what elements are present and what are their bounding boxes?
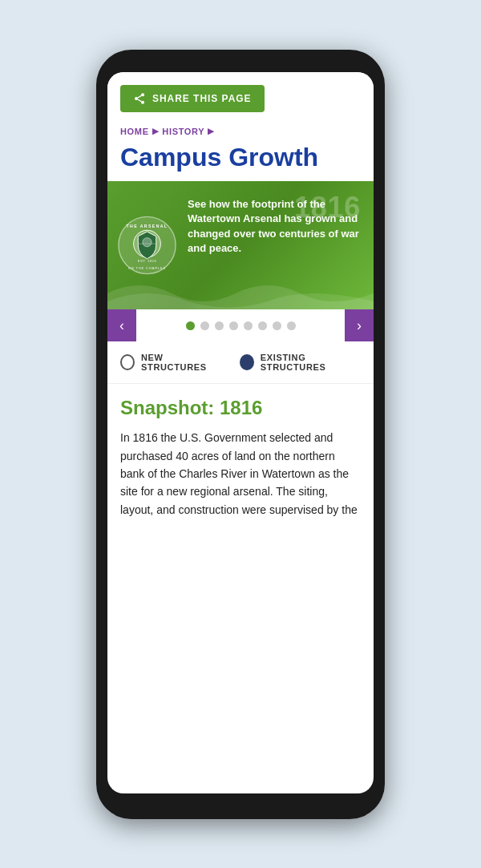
legend: NEW STRUCTURES EXISTING STRUCTURES: [107, 341, 374, 384]
dot-8[interactable]: [287, 321, 296, 330]
snapshot-title: Snapshot: 1816: [120, 397, 361, 419]
slider-dots: [136, 313, 345, 338]
slider-controls: ‹ ›: [107, 309, 374, 341]
svg-line-4: [138, 95, 142, 98]
svg-text:ON THE CHARLES: ON THE CHARLES: [128, 266, 166, 270]
share-bar: SHARE THIS PAGE: [107, 72, 374, 119]
existing-structures-icon: [240, 354, 254, 370]
next-arrow-icon: ›: [357, 317, 362, 334]
dot-3[interactable]: [215, 321, 224, 330]
dot-4[interactable]: [229, 321, 238, 330]
svg-text:EST. 1816: EST. 1816: [138, 259, 157, 263]
dot-1[interactable]: [186, 321, 195, 330]
svg-point-0: [141, 93, 144, 96]
existing-structures-label: EXISTING STRUCTURES: [261, 353, 361, 372]
breadcrumb-arrow-2: ▶: [208, 127, 215, 135]
hero-wave: [107, 273, 374, 309]
arsenal-logo: THE ARSENAL EST. 1816 ON THE CHARLES: [117, 216, 177, 276]
share-button[interactable]: SHARE THIS PAGE: [120, 85, 265, 112]
svg-point-1: [135, 97, 138, 100]
page-title: Campus Growth: [107, 139, 374, 182]
breadcrumb-arrow-1: ▶: [152, 127, 160, 135]
dot-2[interactable]: [200, 321, 209, 330]
arsenal-badge-svg: THE ARSENAL EST. 1816 ON THE CHARLES: [117, 216, 177, 276]
dot-6[interactable]: [258, 321, 267, 330]
snapshot-section: Snapshot: 1816 In 1816 the U.S. Governme…: [107, 384, 374, 528]
slider-next-button[interactable]: ›: [345, 309, 374, 341]
snapshot-text: In 1816 the U.S. Government selected and…: [120, 429, 361, 519]
phone-screen: SHARE THIS PAGE HOME ▶ HISTORY ▶ Campus …: [107, 72, 374, 793]
svg-line-3: [138, 99, 142, 102]
share-icon: [133, 92, 146, 105]
breadcrumb-section[interactable]: HISTORY: [162, 127, 204, 136]
svg-point-2: [141, 100, 144, 103]
share-button-label: SHARE THIS PAGE: [152, 93, 252, 104]
svg-text:THE ARSENAL: THE ARSENAL: [127, 224, 168, 228]
new-structures-icon: [120, 354, 135, 370]
breadcrumb-home[interactable]: HOME: [120, 127, 149, 136]
legend-existing-structures: EXISTING STRUCTURES: [240, 353, 361, 372]
breadcrumb: HOME ▶ HISTORY ▶: [107, 119, 374, 139]
prev-arrow-icon: ‹: [119, 317, 124, 334]
dot-5[interactable]: [244, 321, 253, 330]
phone-shell: SHARE THIS PAGE HOME ▶ HISTORY ▶ Campus …: [96, 50, 385, 819]
hero-year: 1816: [294, 191, 361, 224]
new-structures-label: NEW STRUCTURES: [141, 353, 220, 372]
dot-7[interactable]: [273, 321, 281, 330]
hero-banner: 1816 THE ARSENAL EST. 1816 ON THE CHARLE…: [107, 181, 374, 309]
slider-prev-button[interactable]: ‹: [107, 309, 136, 341]
svg-point-8: [143, 238, 152, 247]
legend-new-structures: NEW STRUCTURES: [120, 353, 220, 372]
